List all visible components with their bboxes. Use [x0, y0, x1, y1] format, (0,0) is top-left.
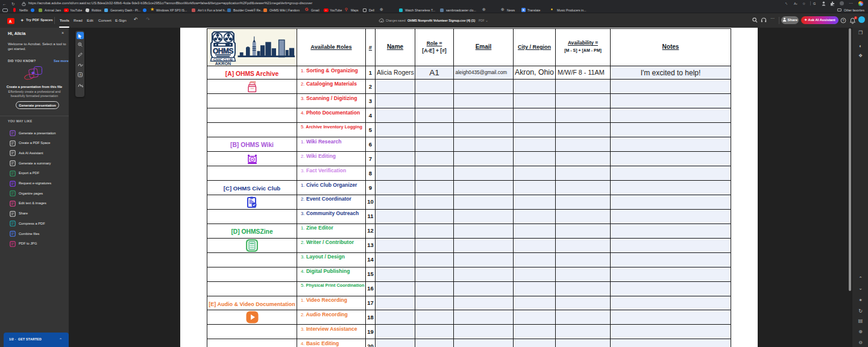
svg-text:AKRON: AKRON	[215, 60, 230, 65]
svg-text:OHMS: OHMS	[213, 47, 233, 55]
svg-text:?: ?	[842, 19, 844, 22]
svg-text:A: A	[79, 73, 81, 77]
